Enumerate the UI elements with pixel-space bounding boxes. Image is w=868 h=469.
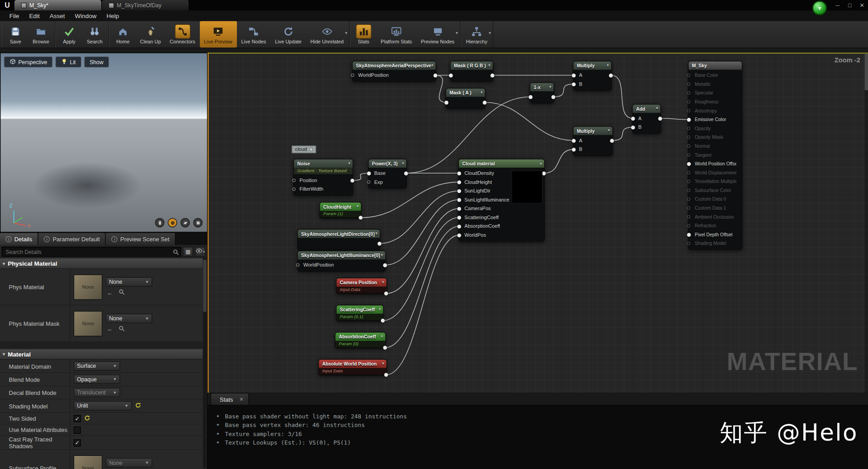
output-pin[interactable]: [350, 178, 354, 183]
browse-button[interactable]: Browse: [28, 21, 53, 48]
output-pin[interactable]: [483, 100, 487, 104]
menu-file[interactable]: File: [5, 13, 24, 19]
node-noise[interactable]: Noise▼Gradient - Texture BasedPositionFi…: [293, 159, 353, 196]
input-pin[interactable]: [687, 197, 690, 201]
use-selected-arrow-icon[interactable]: ←: [107, 289, 113, 296]
input-pin[interactable]: [572, 82, 576, 86]
input-pin[interactable]: [687, 82, 690, 85]
output-pin[interactable]: [377, 241, 382, 245]
node-maskrgb[interactable]: Mask ( R G B )▼: [450, 61, 494, 82]
chevron-down-icon[interactable]: ▼: [348, 162, 351, 165]
node-header[interactable]: SkyAtmosphereAerialPerspective▼: [353, 61, 436, 70]
input-pin[interactable]: [687, 162, 691, 166]
input-pin[interactable]: [631, 117, 635, 121]
input-pin[interactable]: [687, 109, 690, 112]
connectors-button[interactable]: Connectors: [165, 21, 200, 48]
tab-details[interactable]: iDetails: [0, 233, 38, 245]
close-button[interactable]: ✕: [856, 0, 868, 10]
input-pin[interactable]: [457, 206, 461, 211]
input-pin[interactable]: [687, 136, 690, 139]
blend-mode-dropdown[interactable]: Opaque▼: [74, 375, 120, 384]
node-power[interactable]: Power(X, 3)▼BaseExp: [368, 159, 407, 188]
menu-window[interactable]: Window: [70, 13, 102, 19]
input-pin[interactable]: [687, 117, 691, 122]
chevron-down-icon[interactable]: ▼: [455, 31, 458, 35]
input-pin[interactable]: [296, 263, 299, 267]
node-header[interactable]: CloudHeight▼: [320, 202, 361, 211]
chevron-down-icon[interactable]: ▼: [549, 85, 552, 89]
clean-up-button[interactable]: Clean Up: [136, 21, 165, 48]
node-header[interactable]: 1-x▼: [530, 83, 553, 91]
chevron-down-icon[interactable]: ▼: [488, 64, 491, 67]
node-msky[interactable]: M_SkyBase ColorMetallicSpecularRoughness…: [688, 61, 742, 250]
tab-parameter-default[interactable]: iParameter Default: [38, 233, 106, 245]
node-header[interactable]: Cloud material▲: [459, 159, 544, 168]
node-header[interactable]: Mask ( R G B )▼: [451, 61, 493, 70]
output-pin[interactable]: [384, 373, 388, 377]
output-pin[interactable]: [381, 319, 385, 323]
node-camerapos[interactable]: Camera Position▼Input Data: [336, 278, 387, 295]
home-button[interactable]: Home: [110, 21, 136, 48]
input-pin[interactable]: [687, 233, 691, 237]
asset-thumbnail[interactable]: None: [74, 455, 103, 469]
live-preview-button[interactable]: Live Preview: [200, 21, 237, 48]
chevron-down-icon[interactable]: ▼: [380, 253, 383, 257]
input-pin[interactable]: [687, 91, 690, 94]
output-pin[interactable]: [491, 73, 495, 77]
node-header[interactable]: M_Sky: [689, 61, 742, 70]
asset-dropdown[interactable]: None▼: [106, 458, 152, 468]
graph-scrollbar[interactable]: [865, 54, 868, 393]
output-pin[interactable]: [658, 117, 662, 121]
node-absorbtion[interactable]: AbsorbtionCoeff▼Param (0): [335, 332, 386, 349]
minimize-button[interactable]: ─: [831, 0, 844, 10]
shading-model-dropdown[interactable]: Unlit▼: [74, 401, 132, 411]
input-pin[interactable]: [292, 188, 296, 191]
input-pin[interactable]: [687, 153, 690, 156]
input-pin[interactable]: [351, 74, 354, 77]
node-header[interactable]: ScatteringCoeff▼: [336, 305, 383, 314]
node-header[interactable]: AbsorbtionCoeff▼: [335, 333, 385, 341]
output-pin[interactable]: [383, 263, 387, 267]
node-header[interactable]: Multiply▼: [574, 127, 613, 135]
reset-icon[interactable]: [84, 415, 90, 422]
input-pin[interactable]: [687, 242, 690, 245]
chevron-up-icon[interactable]: ▲: [539, 162, 542, 165]
input-pin[interactable]: [292, 179, 296, 182]
asset-tab-m-skytimeofday[interactable]: M_SkyTimeOfDay: [102, 0, 189, 10]
section-header-material[interactable]: ▾Material: [0, 348, 203, 359]
chevron-down-icon[interactable]: ▼: [380, 335, 383, 338]
chevron-down-icon[interactable]: ▼: [356, 205, 359, 208]
input-pin[interactable]: [528, 95, 533, 99]
output-pin[interactable]: [383, 346, 387, 350]
reset-icon[interactable]: [135, 402, 141, 409]
output-pin[interactable]: [434, 73, 438, 77]
input-pin[interactable]: [631, 125, 635, 129]
output-pin[interactable]: [552, 95, 556, 99]
node-header[interactable]: Multiply▼: [574, 61, 611, 70]
source-control-status-icon[interactable]: ▼: [812, 0, 827, 15]
perspective-viewport-button[interactable]: Perspective: [4, 56, 53, 67]
input-pin[interactable]: [457, 189, 461, 193]
input-pin[interactable]: [457, 198, 461, 202]
node-add[interactable]: Add▼AB: [632, 104, 661, 134]
input-pin[interactable]: [687, 189, 690, 192]
asset-tab-m-sky[interactable]: M_Sky*: [14, 0, 102, 10]
stats-button[interactable]: Stats: [351, 21, 376, 48]
save-button[interactable]: Save: [3, 21, 28, 48]
node-header[interactable]: Add▼: [633, 104, 660, 113]
details-scrollbar[interactable]: [203, 258, 206, 468]
node-header[interactable]: Noise▼: [294, 159, 353, 168]
input-pin[interactable]: [457, 171, 461, 175]
node-header[interactable]: Power(X, 3)▼: [369, 159, 406, 168]
hierarchy-button[interactable]: Hierarchy▼: [462, 21, 492, 48]
section-header-physical-material[interactable]: ▾Physical Material: [0, 258, 203, 269]
column-view-button[interactable]: ▦: [183, 247, 193, 257]
input-pin[interactable]: [457, 225, 461, 229]
node-lightdir[interactable]: SkyAtmosphereLightDirection[0]▼: [297, 229, 381, 250]
cube-preview-button[interactable]: [193, 218, 203, 227]
output-pin[interactable]: [609, 73, 613, 77]
node-scattering[interactable]: ScatteringCoeff▼Param (0.1): [336, 305, 383, 322]
node-lightillum[interactable]: SkyAtmosphereLightIlluminance[0]▼WorldPo…: [297, 251, 386, 272]
node-header[interactable]: SkyAtmosphereLightIlluminance[0]▼: [298, 251, 385, 259]
node-aerial[interactable]: SkyAtmosphereAerialPerspective▼WorldPosi…: [352, 61, 436, 82]
